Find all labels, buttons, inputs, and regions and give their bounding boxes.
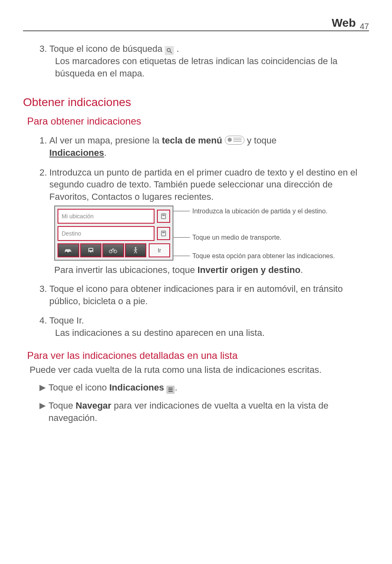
page-number: 47 xyxy=(360,22,369,31)
input-placeholder: Mi ubicación xyxy=(62,213,94,220)
text: . xyxy=(300,265,303,275)
input-placeholder: Destino xyxy=(62,230,81,237)
text: . xyxy=(176,44,179,54)
svg-point-7 xyxy=(69,252,71,253)
step-content: Toque Ir. Las indicaciones a su destino … xyxy=(49,314,369,339)
svg-point-10 xyxy=(89,252,90,253)
bullet-content: Toque el icono Indicaciones . xyxy=(48,381,369,394)
menu-key-icon xyxy=(225,136,244,145)
step-number: 1. xyxy=(39,134,49,159)
bullet-item: ▶ Toque Navegar para ver indicaciones de… xyxy=(39,400,369,424)
callout: Toque un medio de transporte. xyxy=(173,233,369,241)
origin-input[interactable]: Mi ubicación xyxy=(58,209,154,224)
go-label: Ir xyxy=(158,247,161,254)
step-number: 2. xyxy=(39,166,49,203)
text-bold: Invertir origen y destino xyxy=(198,265,301,275)
text: Toque xyxy=(48,400,76,411)
header-title: Web xyxy=(332,16,356,30)
text: Toque el icono xyxy=(48,382,109,393)
text: Toque Ir. xyxy=(49,315,84,326)
callout: Introduzca la ubicación de partida y el … xyxy=(173,207,369,215)
bullet-content: Toque Navegar para ver indicaciones de v… xyxy=(48,400,369,424)
text-bold-underline: Indicaciones xyxy=(49,148,104,158)
page-header: Web 47 xyxy=(23,16,369,31)
step-content: Toque el icono para obtener indicaciones… xyxy=(49,283,369,307)
text: Las indicaciones a su destino aparecen e… xyxy=(55,327,369,339)
svg-rect-3 xyxy=(162,215,165,216)
subsection-heading: Para ver las indicaciones detalladas en … xyxy=(27,350,369,361)
transport-row: Ir xyxy=(58,243,170,257)
input-row: Mi ubicación xyxy=(58,209,170,224)
callout-text: Toque esta opción para obtener las indic… xyxy=(192,252,335,260)
list-item: 3. Toque el icono para obtener indicacio… xyxy=(39,283,369,307)
list-icon xyxy=(166,386,175,394)
list-item: 1. Al ver un mapa, presione la tecla de … xyxy=(39,134,369,159)
svg-rect-4 xyxy=(161,231,166,236)
text: . xyxy=(104,148,106,158)
directions-widget: Mi ubicación Destino xyxy=(54,206,369,261)
document-page: Web 47 3. Toque el icono de búsqueda . L… xyxy=(0,0,392,564)
text: Al ver un mapa, presione la xyxy=(49,135,162,146)
svg-rect-5 xyxy=(162,232,165,233)
step-number: 3. xyxy=(39,43,49,79)
callout-line xyxy=(173,211,190,211)
step-content: Al ver un mapa, presione la tecla de men… xyxy=(49,134,369,159)
go-button[interactable]: Ir xyxy=(149,243,170,257)
list-item: 4. Toque Ir. Las indicaciones a su desti… xyxy=(39,314,369,339)
text: Los marcadores con etiquetas de letras i… xyxy=(55,55,369,79)
step-content: Introduzca un punto de partida en el pri… xyxy=(49,166,369,203)
text-bold: Navegar xyxy=(76,400,111,411)
search-icon xyxy=(165,46,174,55)
svg-point-6 xyxy=(66,252,67,253)
callout-line xyxy=(173,256,190,256)
list-item: 2. Introduzca un punto de partida en el … xyxy=(39,166,369,203)
text-bold: Indicaciones xyxy=(109,382,166,393)
svg-rect-9 xyxy=(89,249,92,250)
callout: Toque esta opción para obtener las indic… xyxy=(173,252,369,260)
step-number: 4. xyxy=(39,314,49,339)
text: Toque el icono para obtener indicaciones… xyxy=(49,284,343,306)
text: . xyxy=(175,382,177,393)
callout-text: Introduzca la ubicación de partida y el … xyxy=(192,207,327,215)
input-row: Destino xyxy=(58,226,170,241)
destination-input[interactable]: Destino xyxy=(58,226,154,241)
svg-point-14 xyxy=(135,247,136,249)
transport-modes xyxy=(58,243,146,257)
svg-point-0 xyxy=(167,49,171,52)
bullet-marker: ▶ xyxy=(39,381,48,394)
list-item: 3. Toque el icono de búsqueda . Los marc… xyxy=(39,43,369,79)
paragraph: Puede ver cada vuelta de la ruta como un… xyxy=(30,364,369,376)
directions-box: Mi ubicación Destino xyxy=(54,206,173,261)
step-content: Toque el icono de búsqueda . Los marcado… xyxy=(49,43,369,79)
section-heading: Obtener indicaciones xyxy=(23,96,369,109)
mode-walk[interactable] xyxy=(125,243,147,257)
bullet-item: ▶ Toque el icono Indicaciones . xyxy=(39,381,369,394)
contacts-button[interactable] xyxy=(157,210,170,223)
contacts-button[interactable] xyxy=(157,227,170,240)
svg-line-1 xyxy=(171,51,172,53)
text: y toque xyxy=(247,135,277,146)
text-bold: tecla de menú xyxy=(162,135,225,146)
callouts: Introduzca la ubicación de partida y el … xyxy=(173,206,369,261)
subsection-heading: Para obtener indicaciones xyxy=(27,116,369,127)
svg-rect-2 xyxy=(161,214,166,219)
text: Para invertir las ubicaciones, toque xyxy=(54,265,198,275)
mode-transit[interactable] xyxy=(80,243,102,257)
mode-car[interactable] xyxy=(58,243,79,257)
text: Introduzca un punto de partida en el pri… xyxy=(49,167,357,202)
callout-line xyxy=(173,237,190,238)
post-widget-note: Para invertir las ubicaciones, toque Inv… xyxy=(54,265,369,275)
bullet-marker: ▶ xyxy=(39,400,48,424)
text: Toque el icono de búsqueda xyxy=(49,44,165,54)
step-number: 3. xyxy=(39,283,49,307)
svg-point-11 xyxy=(91,252,92,253)
mode-bike[interactable] xyxy=(102,243,124,257)
callout-text: Toque un medio de transporte. xyxy=(192,233,281,241)
